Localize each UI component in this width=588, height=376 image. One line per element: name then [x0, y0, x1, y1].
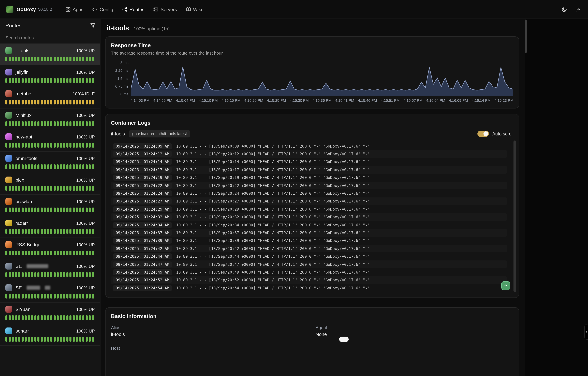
uptime-bars: [5, 208, 95, 212]
nav-item-routes[interactable]: Routes: [122, 7, 144, 12]
route-item-miniflux[interactable]: Miniflux100% UP: [0, 108, 100, 130]
search-routes-input[interactable]: [0, 32, 100, 43]
version-label: v0.18.0: [38, 7, 52, 12]
navbar-actions: [562, 7, 582, 12]
route-name: prowlarr: [15, 199, 32, 204]
container-logs-card: Container Logs it-tools ghcr.io/corentin…: [105, 114, 519, 298]
nav-label: Apps: [73, 7, 84, 12]
nav-item-apps[interactable]: Apps: [65, 7, 84, 12]
uptime-bars: [5, 272, 95, 277]
siyuan-icon: [5, 306, 12, 313]
route-status: 100% UP: [76, 113, 95, 118]
route-status: 100% UP: [76, 156, 95, 161]
log-message: 10.89.3.1 - - [13/Sep/20:12 +0000] "HEAD…: [176, 152, 370, 156]
uptime-bars: [5, 294, 95, 299]
route-item-sonarr[interactable]: sonarr100% UP: [0, 324, 100, 346]
route-status: 100% UP: [76, 264, 95, 269]
log-row: 09/14/2025, 01:24:22 AM10.89.3.1 - - [13…: [111, 182, 507, 189]
route-name: sonarr: [15, 328, 29, 334]
log-timestamp: 09/14/2025, 01:24:39 AM: [113, 238, 172, 244]
autoscroll-toggle[interactable]: [477, 131, 489, 137]
route-item-rss-bridge[interactable]: RSS-Bridge100% UP: [0, 238, 100, 260]
right-gutter: ‹: [525, 19, 588, 376]
route-name: metube: [15, 91, 31, 96]
route-status: 100% UP: [76, 178, 95, 182]
log-message: 10.89.3.1 - - [13/Sep/20:44 +0000] "HEAD…: [176, 254, 370, 259]
field-value: [111, 352, 316, 358]
uptime-bars: [5, 57, 95, 61]
route-name: RSS-Bridge: [15, 242, 41, 247]
uptime-bars: [5, 78, 95, 83]
log-timestamp: 09/14/2025, 01:24:24 AM: [113, 190, 172, 196]
miniflux-icon: [5, 112, 12, 119]
container-name: it-tools: [111, 131, 125, 136]
routes-sidebar: Routes it-tools100% UPjellyfin100% UPmet…: [0, 19, 100, 376]
host-value-pill: [339, 337, 349, 342]
nav-label: Servers: [161, 7, 177, 12]
logs-scrollbar-thumb[interactable]: [513, 140, 516, 292]
route-item-plex[interactable]: plex100% UP: [0, 173, 100, 195]
info-grid: Aliasit-toolsAgentNoneHost: [111, 325, 513, 358]
route-status: 100% IDLE: [73, 91, 95, 96]
route-item-metube[interactable]: metube100% IDLE: [0, 87, 100, 108]
autoscroll-label: Auto scroll: [492, 131, 513, 136]
route-status: 100% UP: [76, 199, 95, 204]
route-item-omni-tools[interactable]: omni-tools100% UP: [0, 152, 100, 173]
log-message: 10.89.3.1 - - [13/Sep/20:42 +0000] "HEAD…: [176, 246, 370, 251]
route-item-se[interactable]: SE100% UP: [0, 260, 100, 281]
chevron-up-icon: [504, 283, 508, 289]
uptime-bars: [5, 164, 95, 169]
log-row: 09/14/2025, 01:24:37 AM10.89.3.1 - - [13…: [111, 229, 507, 237]
response-time-chart: 3 ms2.25 ms1.5 ms0.75 ms0 ms 4:14:53 PM4…: [111, 61, 513, 102]
route-item-prowlarr[interactable]: prowlarr100% UP: [0, 195, 100, 216]
log-message: 10.89.3.1 - - [13/Sep/20:34 +0000] "HEAD…: [176, 222, 370, 227]
field-label: Alias: [111, 325, 316, 330]
log-row: 09/14/2025, 01:24:29 AM10.89.3.1 - - [13…: [111, 205, 507, 213]
it-tools-icon: [5, 47, 12, 54]
sidebar-title: Routes: [5, 22, 21, 28]
redacted-text: [26, 264, 48, 268]
godoxy-logo: [6, 6, 13, 13]
log-timestamp: 09/14/2025, 01:24:27 AM: [113, 198, 172, 204]
nav-item-wiki[interactable]: Wiki: [186, 7, 202, 12]
route-item-siyuan[interactable]: SiYuan100% UP: [0, 303, 100, 324]
route-item-radarr[interactable]: radarr100% UP: [0, 216, 100, 238]
uptime-bars: [5, 315, 95, 320]
log-timestamp: 09/14/2025, 01:24:17 AM: [113, 167, 172, 173]
log-timestamp: 09/14/2025, 01:24:34 AM: [113, 222, 172, 228]
container-image-badge[interactable]: ghcr.io/corentinth/it-tools:latest: [129, 130, 190, 137]
log-message: 10.89.3.1 - - [13/Sep/20:09 +0000] "HEAD…: [176, 144, 370, 148]
page-scrollbar-thumb[interactable]: [525, 20, 527, 53]
basic-information-card: Basic Information Aliasit-toolsAgentNone…: [105, 307, 519, 376]
filter-icon[interactable]: [90, 23, 96, 28]
log-row: 09/14/2025, 01:24:49 AM10.89.3.1 - - [13…: [111, 268, 507, 276]
logs-scrollbar[interactable]: [513, 140, 516, 292]
log-timestamp: 09/14/2025, 01:24:52 AM: [113, 277, 172, 283]
navbar: GoDoxy v0.18.0 Apps Config Routes Server…: [0, 0, 588, 19]
route-status: 100% UP: [76, 220, 95, 226]
log-timestamp: 09/14/2025, 01:24:19 AM: [113, 175, 172, 181]
nav-item-config[interactable]: Config: [93, 7, 113, 12]
log-row: 09/14/2025, 01:24:42 AM10.89.3.1 - - [13…: [111, 245, 507, 252]
panel-collapse-tab[interactable]: ‹: [584, 324, 588, 340]
theme-toggle-moon-icon[interactable]: [562, 7, 567, 12]
nav-item-servers[interactable]: Servers: [154, 7, 177, 12]
route-status: 100% UP: [76, 285, 95, 290]
sidebar-header: Routes: [0, 19, 100, 32]
route-item-se[interactable]: SE100% UP: [0, 281, 100, 303]
apps-grid-icon: [65, 7, 70, 12]
nav-label: Config: [100, 7, 113, 12]
new-api-icon: [5, 133, 12, 140]
uptime-bars: [5, 100, 95, 104]
route-item-it-tools[interactable]: it-tools100% UP: [0, 44, 100, 65]
response-time-title: Response Time: [111, 42, 513, 49]
route-item-new-api[interactable]: new-api100% UP: [0, 130, 100, 152]
scroll-to-top-button[interactable]: [501, 282, 510, 290]
log-timestamp: 09/14/2025, 01:24:44 AM: [113, 253, 172, 260]
logout-icon[interactable]: [575, 7, 581, 12]
route-item-jellyfin[interactable]: jellyfin100% UP: [0, 65, 100, 87]
log-message: 10.89.3.1 - - [13/Sep/20:24 +0000] "HEAD…: [176, 191, 370, 196]
log-message: 10.89.3.1 - - [13/Sep/20:17 +0000] "HEAD…: [176, 167, 370, 172]
field-value: it-tools: [111, 332, 316, 337]
page-header: it-tools 100% uptime (1h): [107, 24, 519, 32]
